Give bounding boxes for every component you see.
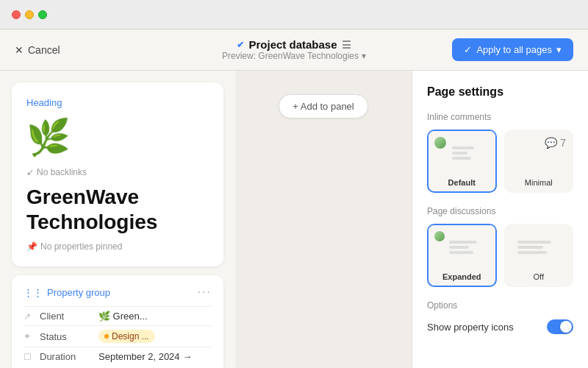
title-bar (0, 0, 588, 29)
show-property-icons-row: Show property icons (427, 316, 573, 337)
main-content: Heading 🌿 ↙ No backlinks GreenWave Techn… (0, 71, 588, 368)
toolbar-subtitle: Preview: GreenWave Technologies ▾ (222, 51, 366, 61)
page-title: Project database (248, 38, 337, 51)
status-dot (104, 334, 109, 339)
expanded-preview (429, 225, 495, 269)
page-title-text: GreenWave Technologies (26, 185, 209, 234)
traffic-lights (12, 10, 47, 19)
toolbar-title: ✔ Project database ☰ (237, 38, 351, 51)
preview-line-2 (452, 152, 467, 155)
page-icon: 🌿 (26, 117, 209, 158)
inline-comments-minimal-card[interactable]: 💬 7 Minimal (504, 130, 574, 193)
dropdown-arrow-icon: ▾ (556, 44, 562, 55)
preview-avatar (434, 137, 446, 149)
inline-comments-default-card[interactable]: Default (427, 130, 497, 193)
toolbar-center: ✔ Project database ☰ Preview: GreenWave … (222, 38, 366, 61)
no-properties-text: No properties pinned (40, 241, 122, 252)
settings-title: Page settings (427, 85, 573, 99)
pin-icon: 📌 (26, 241, 37, 252)
expanded-line-2 (449, 246, 469, 249)
apply-button[interactable]: ✓ Apply to all pages ▾ (452, 38, 573, 61)
expanded-card-label: Expanded (429, 269, 495, 286)
discussion-avatar (434, 231, 445, 241)
page-discussions-options: Expanded Off (427, 224, 573, 287)
cancel-label: Cancel (28, 44, 60, 56)
traffic-light-minimize[interactable] (25, 10, 34, 19)
property-row-duration: ☐ Duration September 2, 2024 → (24, 347, 212, 366)
property-group-menu[interactable]: ··· (198, 286, 212, 299)
traffic-light-fullscreen[interactable] (38, 10, 47, 19)
status-icon: ✦ (24, 331, 35, 342)
options-label: Options (427, 300, 573, 311)
cancel-icon: ✕ (15, 44, 24, 56)
backlink-icon: ↙ (26, 167, 34, 177)
no-properties: 📌 No properties pinned (26, 241, 209, 252)
client-name: Client (40, 311, 98, 322)
inline-comments-label: Inline comments (427, 112, 573, 122)
heading-label: Heading (26, 97, 209, 108)
off-line-1 (517, 241, 552, 244)
status-value[interactable]: Design ... (98, 330, 155, 343)
expanded-line-1 (449, 241, 477, 244)
off-preview (506, 225, 573, 269)
verified-icon: ✔ (237, 40, 244, 50)
off-card-label: Off (506, 269, 573, 286)
grid-icon: ⋮⋮ (24, 287, 43, 298)
traffic-light-close[interactable] (12, 10, 21, 19)
preview-line-1 (452, 146, 474, 149)
left-panel: Heading 🌿 ↙ No backlinks GreenWave Techn… (0, 71, 235, 368)
toolbar-right: ✓ Apply to all pages ▾ (452, 38, 573, 61)
property-group-header: ⋮⋮ Property group ··· (24, 286, 212, 299)
duration-value[interactable]: September 2, 2024 → (98, 351, 192, 362)
minimal-preview: 💬 7 (506, 131, 573, 175)
toolbar: ✕ Cancel ✔ Project database ☰ Preview: G… (0, 29, 588, 71)
show-property-icons-label: Show property icons (427, 322, 514, 333)
property-row-client: ↗ Client 🌿 Green... (24, 306, 212, 325)
minimal-card-label: Minimal (506, 175, 573, 191)
property-group: ⋮⋮ Property group ··· ↗ Client 🌿 Green..… (12, 275, 223, 368)
show-property-icons-toggle[interactable] (547, 319, 573, 334)
page-card: Heading 🌿 ↙ No backlinks GreenWave Techn… (12, 82, 223, 266)
apply-label: Apply to all pages (476, 44, 552, 55)
preview-lines (452, 146, 484, 160)
client-value[interactable]: 🌿 Green... (98, 311, 148, 322)
preview-line-3 (452, 157, 471, 160)
options-icon: ☰ (342, 39, 351, 51)
property-group-title: ⋮⋮ Property group (24, 287, 110, 298)
duration-icon: ☐ (24, 352, 35, 362)
default-card-label: Default (429, 175, 495, 191)
status-text: Design ... (112, 331, 149, 342)
client-icon: ↗ (24, 311, 35, 322)
page-discussions-off-card[interactable]: Off (504, 224, 574, 287)
property-row-status: ✦ Status Design ... (24, 325, 212, 347)
toggle-knob (560, 321, 572, 333)
right-panel: Page settings Inline comments Default (412, 71, 588, 368)
off-line-3 (517, 251, 548, 254)
page-discussions-label: Page discussions (427, 206, 573, 216)
page-discussions-expanded-card[interactable]: Expanded (427, 224, 497, 287)
duration-name: Duration (40, 351, 98, 362)
comment-icon: 💬 7 (545, 137, 566, 149)
expanded-line-3 (449, 251, 473, 254)
add-to-panel-button[interactable]: + Add to panel (279, 94, 368, 118)
add-panel-label: + Add to panel (293, 101, 354, 112)
status-name: Status (40, 331, 98, 342)
property-group-label: Property group (47, 287, 110, 298)
subtitle-text: Preview: GreenWave Technologies (222, 51, 359, 61)
middle-panel: + Add to panel (235, 71, 412, 368)
no-backlinks: ↙ No backlinks (26, 167, 209, 177)
off-line-2 (517, 246, 543, 249)
check-icon: ✓ (464, 44, 472, 55)
inline-comments-options: Default 💬 7 Minimal (427, 130, 573, 193)
default-preview (429, 131, 495, 175)
cancel-button[interactable]: ✕ Cancel (15, 44, 60, 56)
chevron-down-icon[interactable]: ▾ (362, 51, 366, 61)
no-backlinks-text: No backlinks (37, 167, 87, 177)
status-badge: Design ... (98, 330, 155, 343)
